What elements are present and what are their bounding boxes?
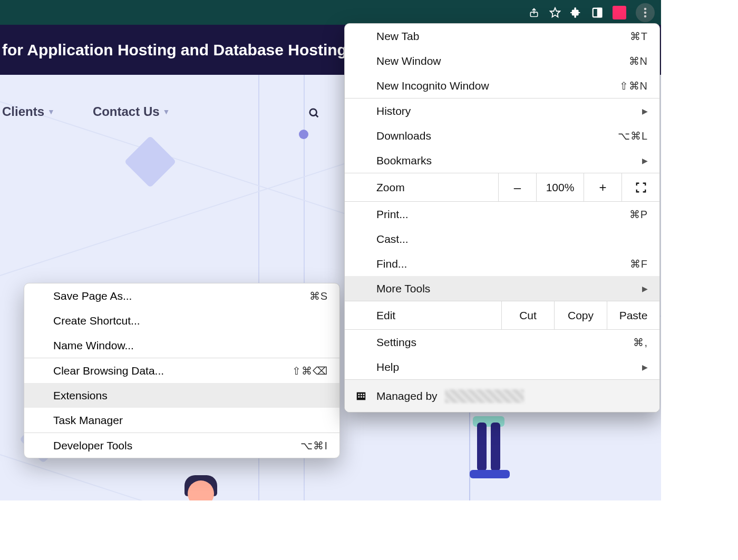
svg-rect-3 [598, 8, 601, 17]
star-icon[interactable] [549, 7, 561, 18]
browser-main-menu: New Tab ⌘T New Window ⌘N New Incognito W… [344, 23, 660, 412]
svg-rect-12 [363, 394, 365, 395]
svg-marker-1 [550, 7, 560, 16]
svg-point-6 [644, 15, 647, 17]
menu-history[interactable]: History ▶ [345, 99, 659, 123]
svg-rect-10 [358, 394, 360, 395]
nav-label: Contact Us [93, 104, 160, 119]
chevron-right-icon: ▶ [642, 363, 648, 371]
more-tools-submenu: Save Page As... ⌘S Create Shortcut... Na… [24, 283, 340, 458]
menu-extensions[interactable]: Extensions [24, 383, 339, 408]
edit-paste[interactable]: Paste [607, 301, 659, 329]
chevron-down-icon: ▼ [47, 107, 55, 116]
banner-title: for Application Hosting and Database Hos… [2, 41, 347, 59]
panel-icon[interactable] [591, 7, 603, 18]
svg-point-4 [644, 7, 647, 10]
menu-save-page-as[interactable]: Save Page As... ⌘S [24, 283, 339, 308]
menu-developer-tools[interactable]: Developer Tools ⌥⌘I [24, 433, 339, 458]
extensions-icon[interactable] [570, 7, 582, 18]
zoom-out-button[interactable]: – [498, 173, 536, 201]
edit-cut[interactable]: Cut [501, 301, 554, 329]
menu-new-tab[interactable]: New Tab ⌘T [345, 24, 659, 48]
menu-edit-row: Edit Cut Copy Paste [345, 301, 659, 330]
nav-clients[interactable]: Clients ▼ [2, 104, 55, 119]
svg-rect-11 [361, 394, 362, 395]
svg-rect-14 [361, 396, 362, 398]
menu-task-manager[interactable]: Task Manager [24, 408, 339, 433]
menu-find[interactable]: Find... ⌘F [345, 251, 659, 276]
menu-more-tools[interactable]: More Tools ▶ [345, 276, 659, 301]
svg-rect-13 [358, 396, 360, 398]
svg-rect-15 [363, 396, 365, 398]
building-icon [355, 390, 367, 402]
menu-help[interactable]: Help ▶ [345, 355, 659, 379]
menu-settings[interactable]: Settings ⌘, [345, 330, 659, 355]
zoom-in-button[interactable]: + [584, 173, 622, 201]
menu-bookmarks[interactable]: Bookmarks ▶ [345, 148, 659, 173]
managed-by-org-redacted [445, 389, 524, 403]
decor-dot [299, 130, 308, 139]
menu-new-incognito-window[interactable]: New Incognito Window ⇧⌘N [345, 73, 659, 98]
zoom-level: 100% [536, 173, 584, 201]
profile-avatar[interactable] [613, 6, 626, 19]
menu-print[interactable]: Print... ⌘P [345, 202, 659, 227]
menu-zoom-row: Zoom – 100% + [345, 173, 659, 202]
chevron-right-icon: ▶ [642, 107, 648, 115]
svg-point-5 [644, 11, 647, 14]
svg-point-7 [310, 109, 317, 116]
svg-line-8 [316, 115, 318, 117]
chevron-right-icon: ▶ [642, 156, 648, 165]
site-nav: Clients ▼ Contact Us ▼ [0, 104, 170, 119]
menu-cast[interactable]: Cast... [345, 227, 659, 251]
menu-managed-by[interactable]: Managed by [345, 379, 659, 412]
nav-label: Clients [2, 104, 44, 119]
menu-downloads[interactable]: Downloads ⌥⌘L [345, 123, 659, 148]
menu-create-shortcut[interactable]: Create Shortcut... [24, 308, 339, 333]
browser-toolbar [0, 0, 661, 25]
menu-new-window[interactable]: New Window ⌘N [345, 48, 659, 73]
fullscreen-button[interactable] [622, 173, 659, 201]
share-icon[interactable] [528, 7, 540, 18]
nav-contact[interactable]: Contact Us ▼ [93, 104, 170, 119]
chevron-down-icon: ▼ [163, 107, 170, 116]
edit-copy[interactable]: Copy [554, 301, 607, 329]
zoom-label: Zoom [345, 173, 498, 201]
search-icon[interactable] [308, 107, 320, 119]
chevron-right-icon: ▶ [642, 284, 648, 293]
edit-label: Edit [345, 301, 501, 329]
menu-clear-browsing-data[interactable]: Clear Browsing Data... ⇧⌘⌫ [24, 358, 339, 383]
more-menu-button[interactable] [636, 3, 655, 22]
managed-by-label: Managed by [376, 390, 438, 402]
menu-name-window[interactable]: Name Window... [24, 333, 339, 358]
